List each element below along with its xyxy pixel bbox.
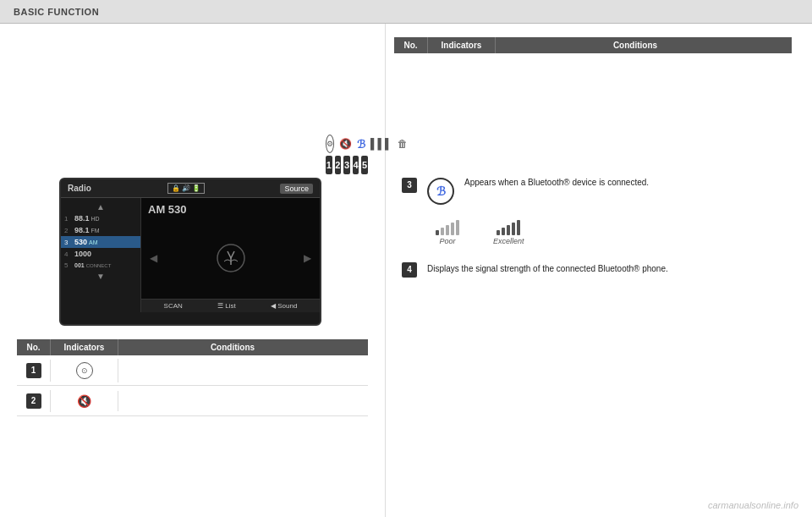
bar-5: [456, 220, 459, 235]
badge-2: 2: [26, 393, 41, 409]
scan-button[interactable]: SCAN: [164, 302, 183, 310]
search-icon: ⚙: [326, 135, 334, 153]
header-title: BASIC FUNCTION: [14, 7, 99, 17]
radio-screen: Radio 🔒 🔊 🔋 Source ▲ 1 88.1 HD: [59, 178, 321, 326]
signal-excellent: Excellent: [493, 218, 524, 245]
circle-icon-1: ⊙: [76, 362, 93, 379]
bar-3: [446, 225, 449, 235]
bottom-table-header: No. Indicators Conditions: [17, 339, 368, 355]
header-bar: BASIC FUNCTION: [0, 0, 812, 24]
row2-no: 2: [17, 390, 51, 412]
row2-condition: [118, 398, 347, 404]
row1-condition: [118, 367, 347, 374]
station-5[interactable]: 5 001 CONNECT: [61, 260, 140, 271]
radio-header: Radio 🔒 🔊 🔋 Source: [61, 179, 320, 198]
bar-e3: [507, 225, 510, 235]
main-content: ⚙ 🔇 ℬ ▌▌▌ 🗑 1 2 3 4 5 Radio 🔒 🔊 🔋: [0, 24, 812, 517]
signal-row: Poor Excellent: [436, 218, 795, 245]
am-frequency: AM 530: [141, 198, 320, 217]
badge-3: 3: [402, 178, 417, 193]
btl-col-conditions: Conditions: [118, 339, 347, 355]
mute-indicator: 🔇: [77, 394, 91, 408]
row4-badge: 4: [402, 262, 417, 278]
lock-icon: 🔒: [172, 184, 180, 192]
row3-text: Appears when a Bluetooth® device is conn…: [464, 176, 795, 189]
num-box-5: 5: [361, 156, 368, 174]
battery-icon: 🔋: [192, 184, 200, 192]
row1-indicator: ⊙: [51, 359, 118, 382]
scroll-down[interactable]: ▼: [61, 271, 140, 282]
table-row-1: 1 ⊙: [17, 355, 368, 386]
bluetooth-icon-large: ℬ: [427, 178, 454, 205]
bluetooth-icon-top: ℬ: [357, 138, 365, 151]
radio-body: ▲ 1 88.1 HD 2 98.1 FM 3 530 AM: [61, 198, 320, 312]
row4-text: Displays the signal strength of the conn…: [427, 262, 795, 275]
btl-col-indicators: Indicators: [51, 339, 118, 355]
watermark: carmanualsonline.info: [708, 500, 798, 510]
scroll-up[interactable]: ▲: [61, 201, 140, 212]
bar-4: [451, 223, 454, 235]
station-2[interactable]: 2 98.1 FM: [61, 224, 140, 236]
radio-display: AM 530 ◀ ▶: [141, 198, 320, 312]
bar-1: [436, 230, 439, 235]
antenna-icon: [216, 243, 246, 273]
left-panel: ⚙ 🔇 ℬ ▌▌▌ 🗑 1 2 3 4 5 Radio 🔒 🔊 🔋: [0, 24, 385, 517]
row3-badge: 3: [402, 178, 417, 193]
radio-bottom-bar: SCAN ☰ List ◀ Sound: [141, 299, 320, 312]
sound-button[interactable]: ◀ Sound: [271, 302, 297, 310]
indicator-icons-row: ⚙ 🔇 ℬ ▌▌▌ 🗑: [326, 135, 368, 153]
row3-section: 3 ℬ Appears when a Bluetooth® device is …: [402, 176, 795, 205]
numbered-boxes: 1 2 3 4 5: [326, 156, 368, 174]
station-list: ▲ 1 88.1 HD 2 98.1 FM 3 530 AM: [61, 198, 141, 312]
signal-bars-excellent: [497, 218, 520, 235]
badge-4: 4: [402, 262, 417, 278]
row4-section: 4 Displays the signal strength of the co…: [402, 262, 795, 278]
num-box-3: 3: [343, 156, 350, 174]
list-button[interactable]: ☰ List: [217, 302, 236, 310]
row1-no: 1: [17, 360, 51, 382]
bottom-table-left: No. Indicators Conditions 1 ⊙ 2: [17, 339, 368, 416]
station-4[interactable]: 4 1000: [61, 248, 140, 260]
right-panel: 3 ℬ Appears when a Bluetooth® device is …: [385, 24, 812, 517]
radio-visual: ◀ ▶: [141, 217, 320, 299]
source-button[interactable]: Source: [280, 184, 313, 194]
badge-1: 1: [26, 363, 41, 378]
bar-e4: [512, 223, 515, 235]
station-3[interactable]: 3 530 AM: [61, 236, 140, 248]
radio-header-box: 🔒 🔊 🔋: [167, 183, 205, 194]
signal-bars-poor: [436, 218, 459, 235]
bar-e1: [497, 230, 500, 235]
bar-e5: [517, 220, 520, 235]
station-1[interactable]: 1 88.1 HD: [61, 212, 140, 224]
signal-poor: Poor: [436, 218, 459, 245]
num-box-1: 1: [326, 156, 332, 174]
speaker-icon: 🔊: [182, 184, 190, 192]
num-box-2: 2: [335, 156, 342, 174]
bar-2: [441, 228, 444, 235]
signal-poor-label: Poor: [439, 237, 455, 245]
bar-e2: [502, 228, 505, 235]
btl-col-no: No.: [17, 339, 51, 355]
table-row-2: 2 🔇: [17, 386, 368, 416]
num-box-4: 4: [353, 156, 359, 174]
mute-icon: 🔇: [339, 138, 352, 150]
row2-indicator: 🔇: [51, 391, 118, 411]
signal-excellent-label: Excellent: [493, 237, 524, 245]
radio-title: Radio: [68, 184, 91, 193]
